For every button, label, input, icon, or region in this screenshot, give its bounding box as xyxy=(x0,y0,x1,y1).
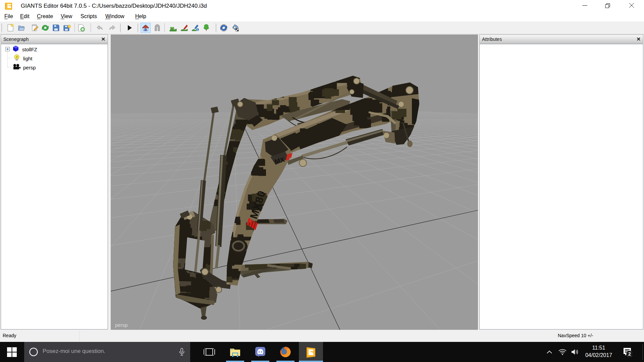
svg-text:?: ? xyxy=(16,55,18,59)
svg-text:2: 2 xyxy=(628,351,631,357)
